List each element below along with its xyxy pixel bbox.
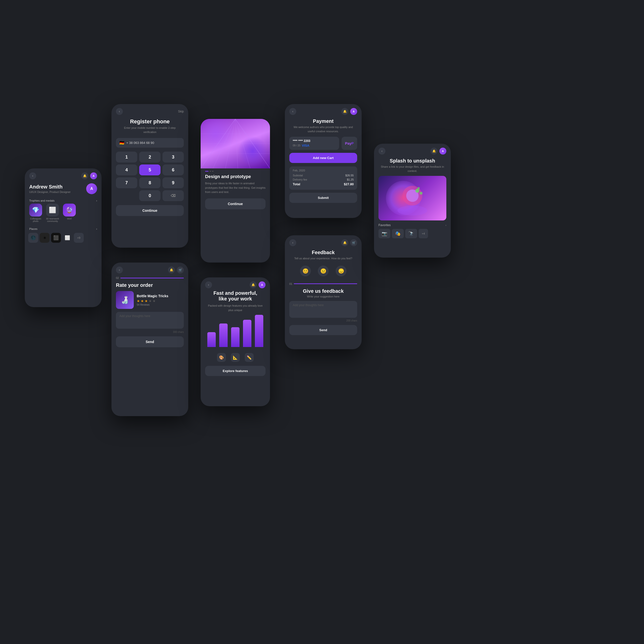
numpad-6[interactable]: 6 <box>162 164 184 175</box>
dot-1 <box>205 171 209 172</box>
give-input[interactable]: Add your thoughts here <box>289 301 357 318</box>
card-profile: ‹ 🔔 A Andrew Smith UI/UX Designer, Produ… <box>25 168 102 307</box>
place-item[interactable]: ✳ <box>40 233 50 243</box>
bell-icon[interactable]: 🔔 <box>168 267 175 273</box>
invoice-subtotal: Subtotal $26.55 <box>293 174 354 177</box>
dot-2 <box>210 171 211 172</box>
emoji-sad[interactable]: 😞 <box>336 266 347 276</box>
star-2[interactable]: ★ <box>141 299 144 303</box>
avatar-small[interactable]: A <box>259 281 266 288</box>
trophy-icon: 🔮 <box>63 204 76 216</box>
phone-input[interactable]: 🇩🇪 + 38 063 864 68 90 <box>116 138 184 148</box>
bell-icon[interactable]: 🔔 <box>341 239 348 246</box>
place-item[interactable]: ⬜ <box>62 233 72 243</box>
chart-icon-1[interactable]: 🎨 <box>217 353 226 362</box>
numpad-0[interactable]: 0 <box>139 190 161 201</box>
numpad-5[interactable]: 5 <box>139 164 161 175</box>
fast-desc: Packed with design features you already … <box>201 304 270 316</box>
design-hero <box>201 119 270 168</box>
invoice-delivery: Delivery fee $1.25 <box>293 178 354 181</box>
thought-input[interactable]: Add your thoughts here <box>116 312 184 329</box>
payment-title: Payment <box>285 117 362 125</box>
back-icon[interactable]: ‹ <box>116 267 123 273</box>
numpad-9[interactable]: 9 <box>162 177 184 188</box>
favorites-more-link[interactable]: › <box>445 224 446 227</box>
cart-icon[interactable]: 🛒 <box>177 267 184 273</box>
card-fast: ‹ 🔔 A Fast and powerful,like your work P… <box>201 277 270 406</box>
back-icon[interactable]: ‹ <box>378 148 385 155</box>
place-item[interactable]: ⬛ <box>51 233 61 243</box>
trophy-label: 3D teamwork community <box>45 217 60 222</box>
product-image: 🍶 <box>116 291 134 309</box>
fav-more[interactable]: +4 <box>419 229 428 238</box>
back-icon[interactable]: ‹ <box>29 172 36 179</box>
chart-bar-1 <box>207 332 216 347</box>
reviews-count: 54 Reviews <box>137 303 184 306</box>
step-dots <box>201 168 270 173</box>
fav-item-1[interactable]: 📷 <box>378 229 390 238</box>
numpad-8[interactable]: 8 <box>139 177 161 188</box>
add-cart-button[interactable]: Add new Cart <box>289 153 357 163</box>
feedback-header: ‹ 🔔 🛒 <box>285 235 362 248</box>
bell-icon[interactable]: 🔔 <box>250 281 257 288</box>
invoice-section: Feb, 2020 Subtotal $26.55 Delivery fee $… <box>289 166 357 190</box>
numpad-2[interactable]: 2 <box>139 152 161 162</box>
fav-item-2[interactable]: 🎭 <box>392 229 404 238</box>
continue-button[interactable]: Continue <box>116 205 184 216</box>
places-more[interactable]: +9 <box>74 233 84 243</box>
profile-top: Andrew Smith UI/UX Designer, Product Des… <box>25 181 102 197</box>
feedback-header-right: 🔔 🛒 <box>341 239 357 246</box>
avatar-small[interactable]: A <box>90 172 97 179</box>
back-icon[interactable]: ‹ <box>205 281 212 288</box>
back-icon[interactable]: ‹ <box>116 108 123 115</box>
continue-button[interactable]: Continue <box>205 198 266 209</box>
fav-item-3[interactable]: 🔭 <box>405 229 417 238</box>
numpad-3[interactable]: 3 <box>162 152 184 162</box>
invoice-total: Total $27.80 <box>293 182 354 186</box>
send-button[interactable]: Send <box>116 336 184 347</box>
bell-icon[interactable]: 🔔 <box>81 172 88 179</box>
emoji-happy[interactable]: 😊 <box>300 266 311 276</box>
skip-link[interactable]: Skip <box>178 110 184 113</box>
cart-icon[interactable]: 🛒 <box>350 239 357 246</box>
numpad-1[interactable]: 1 <box>116 152 137 162</box>
emoji-neutral[interactable]: 😐 <box>318 266 329 276</box>
card-payment: ‹ 🔔 A Payment We welcome authors who pro… <box>285 104 362 218</box>
credit-card[interactable]: **** **** 2203 09 / 20 VISA <box>289 137 339 150</box>
product-row: 🍶 Bottle Magic Tricks ★ ★ ★ ★ ★ 54 Revie… <box>111 291 188 312</box>
step-num: 02 <box>116 276 119 279</box>
star-1[interactable]: ★ <box>137 299 140 303</box>
back-icon[interactable]: ‹ <box>289 108 296 115</box>
payment-header: ‹ 🔔 A <box>285 104 362 117</box>
star-5[interactable]: ★ <box>153 299 156 303</box>
place-item[interactable]: 🌑 <box>28 233 38 243</box>
chart-icon-3[interactable]: ✏️ <box>245 353 254 362</box>
register-title: Register phone <box>111 117 188 126</box>
give-send-button[interactable]: Send <box>289 325 357 335</box>
numpad-4[interactable]: 4 <box>116 164 137 175</box>
places-row: 🌑 ✳ ⬛ ⬜ +9 <box>25 232 102 246</box>
card-row: **** **** 2203 09 / 20 VISA PayP <box>285 137 362 153</box>
numpad-delete[interactable]: ⌫ <box>162 190 184 201</box>
fast-header: ‹ 🔔 A <box>201 277 270 290</box>
star-3[interactable]: ★ <box>145 299 148 303</box>
favorites-section: Favorites › <box>374 220 451 229</box>
bell-icon[interactable]: 🔔 <box>430 148 437 155</box>
star-4[interactable]: ★ <box>149 299 152 303</box>
splash-header: ‹ 🔔 A <box>374 144 451 157</box>
splash-desc: Share a link to your design files, and g… <box>374 165 451 176</box>
chart-icon-2[interactable]: 📐 <box>231 353 240 362</box>
submit-button[interactable]: Submit <box>289 193 357 203</box>
avatar-small[interactable]: A <box>350 108 357 115</box>
fav-title: Favorites <box>378 223 391 227</box>
trophy-item: 🔮 Worl <box>62 204 77 222</box>
paypal-chip[interactable]: PayP <box>342 137 357 150</box>
product-name: Bottle Magic Tricks <box>137 294 184 298</box>
give-feedback-title: Give us feedback <box>285 287 362 295</box>
rate-header-right: 🔔 🛒 <box>168 267 184 273</box>
numpad-7[interactable]: 7 <box>116 177 137 188</box>
bell-icon[interactable]: 🔔 <box>341 108 348 115</box>
explore-button[interactable]: Explore features <box>205 366 266 376</box>
back-icon[interactable]: ‹ <box>289 239 296 246</box>
avatar-small[interactable]: A <box>439 148 446 155</box>
